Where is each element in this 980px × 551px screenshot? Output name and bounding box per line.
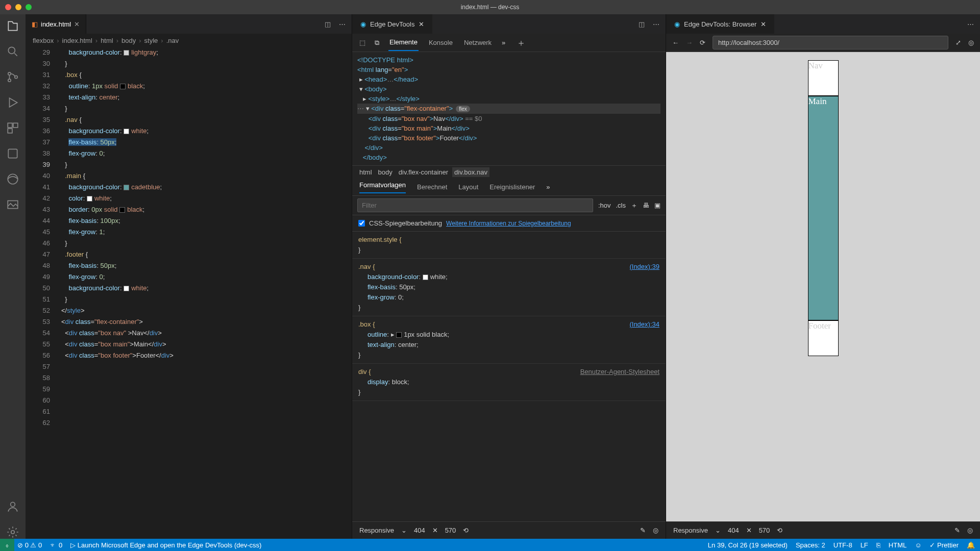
- cursor-position[interactable]: Ln 39, Col 26 (19 selected): [708, 541, 788, 549]
- more-icon[interactable]: ⋯: [967, 20, 974, 28]
- chevron-down-icon[interactable]: ⌄: [401, 527, 407, 534]
- device-height[interactable]: 570: [445, 527, 456, 534]
- url-bar[interactable]: http://localhost:3000/: [713, 36, 948, 49]
- prettier-status[interactable]: ✓ Prettier: [929, 541, 959, 549]
- remote-indicator[interactable]: ⬨: [0, 539, 14, 551]
- errors-count[interactable]: ⊘ 0 ⚠ 0: [17, 541, 42, 549]
- source-control-icon[interactable]: [6, 70, 19, 84]
- browser-tab[interactable]: ◉ Edge DevTools: Browser ✕: [666, 14, 774, 34]
- editor-tabs: ◧ index.html ✕ ◫ ⋯: [26, 14, 352, 34]
- indent-status[interactable]: Spaces: 2: [796, 541, 825, 549]
- chevron-down-icon[interactable]: ⌄: [715, 527, 721, 534]
- browser-viewport[interactable]: Nav Main Footer: [666, 52, 980, 521]
- close-window-button[interactable]: [5, 4, 11, 10]
- device-mode[interactable]: Responsive: [359, 527, 394, 534]
- more-icon[interactable]: »: [546, 183, 550, 191]
- launch-task[interactable]: ▷ Launch Microsoft Edge and open the Edg…: [70, 541, 261, 549]
- more-icon[interactable]: ⋯: [339, 20, 346, 28]
- encoding-status[interactable]: UTF-8: [834, 541, 852, 549]
- close-icon[interactable]: ✕: [419, 20, 424, 28]
- eol-status[interactable]: LF: [861, 541, 868, 549]
- styles-toolbar: :hov .cls ＋ 🖶 ▣: [352, 196, 666, 215]
- edge-browser-icon[interactable]: [6, 172, 19, 186]
- wand-icon[interactable]: ✎: [954, 527, 960, 534]
- edge-tools-icon[interactable]: [6, 147, 19, 160]
- styles-filter-input[interactable]: [357, 198, 593, 212]
- print-icon[interactable]: 🖶: [643, 202, 649, 209]
- breadcrumb[interactable]: flexbox›index.html›html›body›style›.nav: [26, 34, 352, 47]
- svg-rect-6: [8, 129, 12, 133]
- device-width[interactable]: 404: [414, 527, 425, 534]
- browser-pane: ◉ Edge DevTools: Browser ✕ ⋯ ← → ⟳ http:…: [666, 14, 980, 539]
- device-width[interactable]: 404: [728, 527, 739, 534]
- language-status[interactable]: HTML: [889, 541, 906, 549]
- back-icon[interactable]: ←: [672, 39, 679, 46]
- styles-tab-layout[interactable]: Layout: [458, 183, 478, 191]
- box-model-icon[interactable]: ▣: [654, 202, 660, 209]
- styles-tab-formatvorlagen[interactable]: Formatvorlagen: [359, 181, 406, 193]
- dom-breadcrumb[interactable]: htmlbodydiv.flex-containerdiv.box.nav: [352, 165, 666, 179]
- editor-pane: ◧ index.html ✕ ◫ ⋯ flexbox›index.html›ht…: [26, 14, 352, 539]
- explorer-icon[interactable]: [6, 19, 19, 33]
- run-debug-icon[interactable]: [6, 96, 19, 109]
- devtools-tab[interactable]: ◉ Edge DevTools ✕: [352, 14, 432, 34]
- styles-tab-berechnet[interactable]: Berechnet: [417, 183, 447, 191]
- port-forward[interactable]: ᯤ 0: [50, 541, 62, 549]
- device-toggle-icon[interactable]: ⧉: [375, 39, 379, 47]
- extensions-icon[interactable]: [6, 121, 19, 135]
- bell-icon[interactable]: 🔔: [967, 541, 975, 549]
- gallery-icon[interactable]: [6, 198, 19, 211]
- device-mode[interactable]: Responsive: [673, 527, 708, 534]
- panel-tab-elemente[interactable]: Elemente: [388, 34, 419, 51]
- close-icon[interactable]: ✕: [761, 20, 766, 28]
- tab-filename: index.html: [41, 20, 71, 28]
- cls-toggle[interactable]: .cls: [616, 202, 626, 209]
- hov-toggle[interactable]: :hov: [598, 202, 611, 209]
- panel-tab-netzwerk[interactable]: Netzwerk: [463, 35, 493, 51]
- target-icon[interactable]: ◎: [968, 39, 974, 46]
- more-icon[interactable]: ⋯: [653, 20, 659, 28]
- add-panel-icon[interactable]: ＋: [517, 37, 526, 49]
- mirror-checkbox[interactable]: [358, 220, 365, 227]
- target-icon[interactable]: ◎: [653, 527, 658, 534]
- styles-tabs: Formatvorlagen Berechnet Layout Ereignis…: [352, 179, 666, 196]
- split-editor-icon[interactable]: ◫: [325, 20, 331, 28]
- minimize-window-button[interactable]: [15, 4, 21, 10]
- split-editor-icon[interactable]: ◫: [639, 20, 645, 28]
- device-bar: Responsive⌄ 404 ✕ 570 ⟲ ✎ ◎: [352, 521, 666, 539]
- svg-point-11: [11, 531, 15, 534]
- devtools-toolbar: ⬚ ⧉ Elemente Konsole Netzwerk » ＋: [352, 34, 666, 52]
- code-editor[interactable]: 2930313233343536373839404142434445464748…: [26, 47, 352, 539]
- more-panels-icon[interactable]: »: [502, 39, 505, 46]
- svg-point-0: [8, 47, 15, 54]
- devtools-pane: ◉ Edge DevTools ✕ ◫⋯ ⬚ ⧉ Elemente Konsol…: [352, 14, 666, 539]
- device-height[interactable]: 570: [759, 527, 770, 534]
- panel-tab-konsole[interactable]: Konsole: [428, 35, 454, 51]
- styles-tab-ereignislistener[interactable]: Ereignislistener: [489, 183, 535, 191]
- css-mirror-row: CSS-Spiegelbearbeitung Weitere Informati…: [352, 215, 666, 232]
- settings-icon[interactable]: [6, 525, 19, 539]
- browser-toolbar: ← → ⟳ http://localhost:3000/ ⤢ ◎: [666, 34, 980, 52]
- close-icon[interactable]: ✕: [74, 20, 80, 28]
- inspect-icon[interactable]: ⬚: [359, 39, 365, 46]
- dom-tree[interactable]: <!DOCTYPE html> <html lang="en"> ▸ <head…: [352, 52, 666, 165]
- rotate-icon[interactable]: ⟲: [777, 527, 782, 534]
- wand-icon[interactable]: ✎: [640, 527, 646, 534]
- forward-icon[interactable]: →: [686, 39, 693, 46]
- zoom-window-button[interactable]: [26, 4, 32, 10]
- smiley-icon[interactable]: ☺: [915, 541, 921, 549]
- close-icon[interactable]: ✕: [746, 527, 752, 534]
- port-icon[interactable]: ⎘: [876, 541, 880, 549]
- window-title: index.html — dev-css: [461, 4, 520, 11]
- rotate-icon[interactable]: ⟲: [463, 527, 469, 534]
- mirror-link[interactable]: Weitere Informationen zur Spiegelbearbei…: [446, 220, 571, 227]
- reload-icon[interactable]: ⟳: [700, 39, 705, 46]
- new-rule-icon[interactable]: ＋: [631, 201, 638, 210]
- close-icon[interactable]: ✕: [432, 527, 438, 534]
- search-icon[interactable]: [6, 45, 19, 58]
- expand-icon[interactable]: ⤢: [955, 39, 961, 46]
- style-rules[interactable]: element.style {}.nav {(Index):39backgrou…: [352, 232, 666, 521]
- editor-tab[interactable]: ◧ index.html ✕: [26, 14, 86, 34]
- target-icon[interactable]: ◎: [967, 527, 973, 534]
- account-icon[interactable]: [6, 500, 19, 513]
